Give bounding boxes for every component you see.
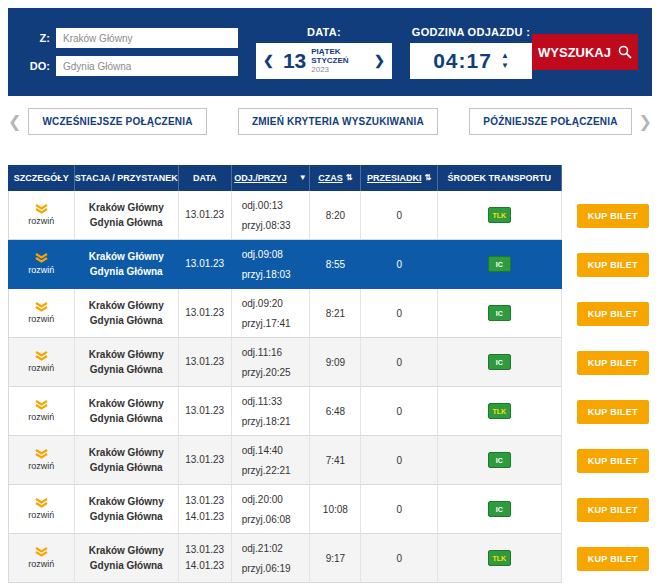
buy-cell: KUP BILET xyxy=(574,436,652,485)
table-row[interactable]: rozwiń Kraków Główny Gdynia Główna 13.01… xyxy=(8,338,652,387)
departure-time: odj.20:00 xyxy=(242,494,283,505)
buy-cell: KUP BILET xyxy=(574,240,652,289)
train-carrier-icon: IC xyxy=(488,452,511,468)
changes-cell: 0 xyxy=(361,485,438,534)
duration-cell: 8:21 xyxy=(310,289,361,338)
date-next-icon[interactable]: ❯ xyxy=(372,53,387,68)
origin-station: Kraków Główny xyxy=(89,298,164,314)
station-fields: Z: DO: xyxy=(22,28,238,76)
date-cell: 13.01.23 14.01.23 xyxy=(179,534,232,583)
table-row[interactable]: rozwiń Kraków Główny Gdynia Główna 13.01… xyxy=(8,436,652,485)
expand-control[interactable]: rozwiń xyxy=(8,338,75,387)
departure-sort-header[interactable]: ODJ./PRZYJ ▼ xyxy=(232,165,311,191)
changes-cell: 0 xyxy=(361,191,438,240)
table-row[interactable]: rozwiń Kraków Główny Gdynia Główna 13.01… xyxy=(8,240,652,289)
train-carrier-icon: TLK xyxy=(488,403,511,419)
date-picker[interactable]: ❮ 13 PIĄTEK STYCZEŃ 2023 ❯ xyxy=(256,43,392,79)
buy-header-spacer xyxy=(574,165,652,191)
date-cell: 13.01.23 xyxy=(179,338,232,387)
time-spinner: ▲ ▼ xyxy=(501,52,509,69)
times-cell: odj.11:16 przyj.20:25 xyxy=(232,338,311,387)
buy-ticket-button[interactable]: KUP BILET xyxy=(577,498,649,522)
train-carrier-icon: IC xyxy=(488,305,511,321)
date-cell: 13.01.23 14.01.23 xyxy=(179,485,232,534)
search-button[interactable]: WYSZUKAJ xyxy=(532,34,638,70)
transport-cell: IC xyxy=(438,436,562,485)
expand-chevrons-icon xyxy=(34,351,49,361)
arrival-time: przyj.18:03 xyxy=(242,269,291,280)
duration-cell: 9:17 xyxy=(310,534,361,583)
departure-time: odj.11:16 xyxy=(242,347,282,358)
later-chevron-icon[interactable]: ❯ xyxy=(639,114,652,130)
date-weekday: PIĄTEK xyxy=(311,47,372,56)
train-carrier-icon: TLK xyxy=(488,207,511,223)
stations-cell: Kraków Główny Gdynia Główna xyxy=(75,289,179,338)
earlier-chevron-icon[interactable]: ❮ xyxy=(8,114,21,130)
expand-chevrons-icon xyxy=(34,547,49,557)
changes-cell: 0 xyxy=(361,436,438,485)
changes-sort-header[interactable]: PRZESIADKI ⇅ xyxy=(361,165,438,191)
time-down-icon[interactable]: ▼ xyxy=(501,62,509,69)
search-panel: Z: DO: DATA: ❮ 13 PIĄTEK STYCZEŃ 2023 ❯ … xyxy=(8,8,652,96)
transport-header: ŚRODEK TRANSPORTU xyxy=(438,165,562,191)
expand-label: rozwiń xyxy=(28,510,54,520)
expand-control[interactable]: rozwiń xyxy=(8,436,75,485)
arrival-time: przyj.06:19 xyxy=(242,563,291,574)
buy-ticket-button[interactable]: KUP BILET xyxy=(577,302,649,326)
table-row[interactable]: rozwiń Kraków Główny Gdynia Główna 13.01… xyxy=(8,534,652,583)
expand-control[interactable]: rozwiń xyxy=(8,534,75,583)
buy-ticket-button[interactable]: KUP BILET xyxy=(577,400,649,424)
expand-control[interactable]: rozwiń xyxy=(8,387,75,436)
connection-nav: ❮ WCZEŚNIEJSZE POŁĄCZENIA ZMIEŃ KRYTERIA… xyxy=(8,108,652,135)
from-input[interactable] xyxy=(56,28,238,48)
expand-control[interactable]: rozwiń xyxy=(8,191,75,240)
expand-label: rozwiń xyxy=(28,216,54,226)
date-cell: 13.01.23 xyxy=(179,436,232,485)
buy-ticket-button[interactable]: KUP BILET xyxy=(577,547,649,571)
expand-chevrons-icon xyxy=(34,400,49,410)
stations-cell: Kraków Główny Gdynia Główna xyxy=(75,534,179,583)
from-label: Z: xyxy=(22,32,50,44)
destination-station: Gdynia Główna xyxy=(90,215,163,231)
date-month: STYCZEŃ xyxy=(311,56,372,65)
duration-sort-header[interactable]: CZAS ⇅ xyxy=(310,165,361,191)
departure-time: odj.00:13 xyxy=(242,200,283,211)
departure-time: odj.11:33 xyxy=(242,396,282,407)
buy-cell: KUP BILET xyxy=(574,534,652,583)
train-carrier-icon: IC xyxy=(488,354,511,370)
stations-cell: Kraków Główny Gdynia Główna xyxy=(75,338,179,387)
expand-control[interactable]: rozwiń xyxy=(8,485,75,534)
buy-ticket-button[interactable]: KUP BILET xyxy=(577,449,649,473)
stations-cell: Kraków Główny Gdynia Główna xyxy=(75,191,179,240)
expand-label: rozwiń xyxy=(28,314,54,324)
transport-cell: IC xyxy=(438,240,562,289)
later-connections-button[interactable]: PÓŹNIEJSZE POŁĄCZENIA xyxy=(469,108,631,135)
table-row[interactable]: rozwiń Kraków Główny Gdynia Główna 13.01… xyxy=(8,289,652,338)
table-row[interactable]: rozwiń Kraków Główny Gdynia Główna 13.01… xyxy=(8,485,652,534)
to-input[interactable] xyxy=(56,56,238,76)
times-cell: odj.09:08 przyj.18:03 xyxy=(232,240,311,289)
time-up-icon[interactable]: ▲ xyxy=(501,52,509,59)
earlier-connections-button[interactable]: WCZEŚNIEJSZE POŁĄCZENIA xyxy=(28,108,206,135)
time-value[interactable]: 04:17 xyxy=(433,49,492,73)
table-row[interactable]: rozwiń Kraków Główny Gdynia Główna 13.01… xyxy=(8,191,652,240)
times-cell: odj.11:33 przyj.18:21 xyxy=(232,387,311,436)
date-details: PIĄTEK STYCZEŃ 2023 xyxy=(311,47,372,75)
buy-ticket-button[interactable]: KUP BILET xyxy=(577,253,649,277)
buy-ticket-button[interactable]: KUP BILET xyxy=(577,204,649,228)
expand-control[interactable]: rozwiń xyxy=(8,289,75,338)
duration-cell: 7:41 xyxy=(310,436,361,485)
sort-desc-icon: ▼ xyxy=(299,173,307,183)
expand-label: rozwiń xyxy=(28,363,54,373)
expand-label: rozwiń xyxy=(28,559,54,569)
sort-both-icon: ⇅ xyxy=(346,173,353,183)
change-criteria-button[interactable]: ZMIEŃ KRYTERIA WYSZUKIWANIA xyxy=(238,108,438,135)
duration-cell: 10:08 xyxy=(310,485,361,534)
date-prev-icon[interactable]: ❮ xyxy=(261,53,276,68)
times-cell: odj.21:02 przyj.06:19 xyxy=(232,534,311,583)
buy-ticket-button[interactable]: KUP BILET xyxy=(577,351,649,375)
buy-cell: KUP BILET xyxy=(574,191,652,240)
date-header: DATA xyxy=(179,165,232,191)
table-row[interactable]: rozwiń Kraków Główny Gdynia Główna 13.01… xyxy=(8,387,652,436)
expand-control[interactable]: rozwiń xyxy=(8,240,75,289)
